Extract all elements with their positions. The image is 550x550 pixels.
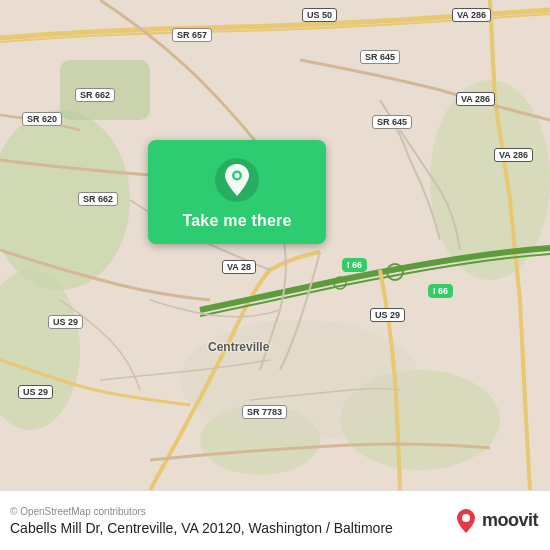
svg-point-7: [180, 320, 420, 440]
road-label-i66-1: I 66: [342, 258, 367, 272]
attribution-text: © OpenStreetMap contributors: [10, 506, 393, 517]
take-me-there-button[interactable]: Take me there: [148, 140, 326, 244]
road-label-sr657: SR 657: [172, 28, 212, 42]
bottom-bar: © OpenStreetMap contributors Cabells Mil…: [0, 490, 550, 550]
road-label-us29-1: US 29: [370, 308, 405, 322]
centreville-label: Centreville: [208, 340, 269, 354]
map-pin-icon: [215, 158, 259, 202]
road-label-i66-2: I 66: [428, 284, 453, 298]
road-label-us50: US 50: [302, 8, 337, 22]
svg-point-12: [235, 173, 240, 178]
bottom-left-info: © OpenStreetMap contributors Cabells Mil…: [10, 506, 393, 536]
moovit-pin-icon: [452, 507, 480, 535]
road-label-sr620: SR 620: [22, 112, 62, 126]
road-label-va286-1: VA 286: [452, 8, 491, 22]
road-label-sr645-1: SR 645: [360, 50, 400, 64]
road-label-va286-3: VA 286: [494, 148, 533, 162]
moovit-logo: moovit: [452, 507, 538, 535]
moovit-text: moovit: [482, 510, 538, 531]
svg-point-13: [462, 514, 470, 522]
road-label-us29-2: US 29: [18, 385, 53, 399]
road-label-sr7783: SR 7783: [242, 405, 287, 419]
road-label-sr662-1: SR 662: [75, 88, 115, 102]
take-me-there-label: Take me there: [182, 212, 291, 230]
map-container: US 50 VA 286 SR 657 SR 645 SR 662 VA 286…: [0, 0, 550, 490]
road-label-sr645-2: SR 645: [372, 115, 412, 129]
address-text: Cabells Mill Dr, Centreville, VA 20120, …: [10, 520, 393, 536]
road-label-sr662-3: US 29: [48, 315, 83, 329]
road-label-sr662-2: SR 662: [78, 192, 118, 206]
road-label-va286-2: VA 286: [456, 92, 495, 106]
road-label-va28: VA 28: [222, 260, 256, 274]
